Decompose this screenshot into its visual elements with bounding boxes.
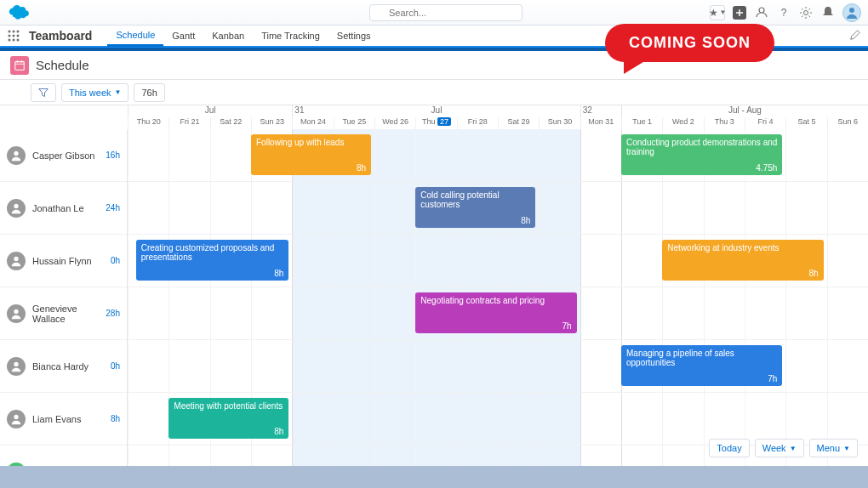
salesforce-logo <box>7 4 31 21</box>
nav-tab-schedule[interactable]: Schedule <box>107 25 163 47</box>
task-bar[interactable]: Conducting product demonstrations and tr… <box>621 134 782 175</box>
task-bar[interactable]: Networking at industry events8h <box>662 240 823 281</box>
svg-point-19 <box>14 203 18 207</box>
task-bar[interactable]: Negotiating contracts and pricing7h <box>415 292 576 333</box>
app-launcher-icon[interactable] <box>7 29 20 43</box>
task-bar[interactable]: Managing a pipeline of sales opportuniti… <box>621 345 782 386</box>
org-icon[interactable] <box>754 5 769 20</box>
svg-point-21 <box>14 309 18 313</box>
global-header: ★ ▼ ? <box>0 0 868 26</box>
person-name: Bianca Hardy <box>32 361 111 372</box>
month-header-row: Jul31Jul32Jul - Aug <box>128 105 868 117</box>
person-avatar <box>7 252 26 270</box>
person-row[interactable]: Bianca Hardy0h <box>0 340 127 393</box>
person-name: Liam Evans <box>32 414 111 424</box>
week-selector[interactable]: This week ▼ <box>61 83 128 102</box>
person-avatar <box>7 146 26 165</box>
person-name: Genevieve Wallace <box>32 304 106 324</box>
add-icon[interactable] <box>732 5 747 20</box>
svg-point-11 <box>9 39 11 42</box>
notifications-icon[interactable] <box>820 5 836 20</box>
svg-point-18 <box>14 150 18 155</box>
task-bar[interactable]: Creating customized proposals and presen… <box>136 240 289 281</box>
svg-point-9 <box>13 35 15 37</box>
person-avatar <box>7 199 26 218</box>
grid-body[interactable]: Following up with leads8hConducting prod… <box>128 129 868 488</box>
svg-point-13 <box>17 39 20 42</box>
nav-tab-gantt[interactable]: Gantt <box>163 25 203 47</box>
user-avatar[interactable] <box>842 3 861 22</box>
footer-bar <box>0 466 868 488</box>
svg-point-4 <box>849 8 854 13</box>
view-controls: Today Week ▼ Menu ▼ <box>709 439 858 457</box>
person-avatar <box>7 410 26 428</box>
task-bar[interactable]: Following up with leads8h <box>251 134 371 175</box>
person-name: Hussain Flynn <box>32 256 111 266</box>
svg-point-10 <box>17 35 20 37</box>
svg-point-7 <box>17 31 20 33</box>
filter-icon <box>38 88 49 98</box>
toolbar: This week ▼ 76h <box>0 80 868 105</box>
svg-point-6 <box>13 31 15 33</box>
person-row[interactable]: Genevieve Wallace28h <box>0 287 127 340</box>
svg-point-22 <box>14 361 18 366</box>
filter-button[interactable] <box>31 83 56 102</box>
svg-rect-14 <box>15 61 25 70</box>
person-name: Jonathan Le <box>32 203 106 213</box>
help-icon[interactable]: ? <box>776 5 791 20</box>
today-button[interactable]: Today <box>709 439 749 457</box>
schedule-grid: Jul31Jul32Jul - Aug Thu 20Fri 21Sat 22Su… <box>0 105 868 488</box>
nav-tab-kanban[interactable]: Kanban <box>203 25 253 47</box>
task-bar[interactable]: Cold calling potential customers8h <box>415 187 535 228</box>
person-hours: 28h <box>106 309 120 318</box>
person-name: Casper Gibson <box>32 150 106 161</box>
menu-button[interactable]: Menu ▼ <box>809 439 858 457</box>
person-row[interactable]: Jonathan Le24h <box>0 182 127 235</box>
person-row[interactable]: Casper Gibson16h <box>0 129 127 182</box>
schedule-page-icon <box>10 56 29 75</box>
person-hours: 16h <box>106 150 120 160</box>
person-avatar <box>7 304 26 323</box>
global-search-input[interactable] <box>369 4 523 21</box>
svg-point-5 <box>9 31 11 33</box>
svg-point-23 <box>14 414 18 418</box>
coming-soon-banner: COMING SOON <box>605 24 774 62</box>
svg-point-3 <box>804 10 808 14</box>
person-hours: 0h <box>111 256 120 265</box>
person-hours: 8h <box>111 414 120 423</box>
day-header-row: Thu 20Fri 21Sat 22Sun 23Mon 24Tue 25Wed … <box>128 117 868 129</box>
person-row[interactable]: Hussain Flynn0h <box>0 235 127 287</box>
task-bar[interactable]: Meeting with potential clients8h <box>168 398 288 439</box>
nav-tab-settings[interactable]: Settings <box>328 25 380 47</box>
total-hours-badge: 76h <box>134 83 164 102</box>
people-column: Casper Gibson16hJonathan Le24hHussain Fl… <box>0 129 128 488</box>
favorites-button[interactable]: ★ ▼ <box>710 5 725 20</box>
week-view-button[interactable]: Week ▼ <box>755 439 804 457</box>
page-title: Schedule <box>36 58 89 72</box>
svg-point-20 <box>14 256 18 260</box>
person-hours: 0h <box>111 361 120 371</box>
nav-tab-time-tracking[interactable]: Time Tracking <box>253 25 328 47</box>
person-avatar <box>7 357 26 376</box>
person-hours: 24h <box>106 203 120 213</box>
svg-point-12 <box>13 39 15 42</box>
edit-page-icon[interactable] <box>849 29 861 43</box>
svg-point-8 <box>9 35 11 37</box>
app-name: Teamboard <box>29 29 92 43</box>
settings-icon[interactable] <box>798 5 814 20</box>
person-row[interactable]: Liam Evans8h <box>0 393 127 445</box>
